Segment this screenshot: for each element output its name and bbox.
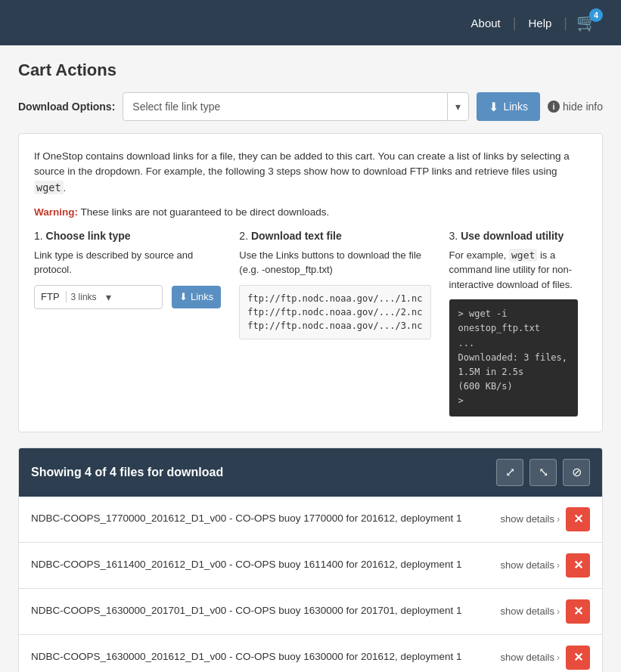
warning-text: Warning: These links are not guaranteed …	[34, 206, 587, 218]
table-row: NDBC-COOPS_1630000_201612_D1_v00 - CO-OP…	[19, 635, 602, 672]
help-link[interactable]: Help	[516, 17, 564, 29]
table-row: NDBC-COOPS_1770000_201612_D1_v00 - CO-OP…	[19, 497, 602, 543]
cart-button[interactable]: 🛒 4	[567, 13, 606, 33]
download-options-label: Download Options:	[18, 101, 115, 113]
chevron-right-icon: ›	[557, 560, 560, 571]
ftp-links-download-icon: ⬇	[179, 291, 188, 302]
table-row: NDBC-COOPS_1611400_201612_D1_v00 - CO-OP…	[19, 543, 602, 589]
ftp-label: FTP	[35, 291, 67, 302]
links-button-label: Links	[503, 101, 528, 113]
step-1-desc: Link type is described by source and pro…	[34, 248, 221, 277]
terminal-line-3: Downloaded: 3 files, 1.5M in 2.5s	[458, 351, 569, 379]
info-box: If OneStop contains download links for a…	[18, 133, 603, 432]
clear-button[interactable]: ⊘	[563, 459, 590, 486]
info-box-description: If OneStop contains download links for a…	[34, 149, 587, 196]
show-details-label: show details	[500, 513, 554, 525]
step-2-desc: Use the Links buttons to download the fi…	[239, 248, 430, 277]
show-details-label: show details	[500, 559, 554, 571]
hide-info-button[interactable]: i hide info	[548, 101, 603, 113]
terminal-line-5: >	[458, 394, 569, 408]
ftp-dropdown[interactable]: FTP 3 links ▾	[34, 285, 163, 309]
file-link-select-text: Select file link type	[123, 101, 447, 113]
step-1-controls: FTP 3 links ▾ ⬇ Links	[34, 285, 221, 309]
file-link-select[interactable]: Select file link type ▾	[123, 92, 469, 121]
terminal-line-1: > wget -i onestop_ftp.txt	[458, 307, 569, 336]
remove-button[interactable]: ✕	[566, 599, 590, 624]
step-3-title: 3. Use download utility	[449, 230, 578, 242]
remove-button[interactable]: ✕	[566, 646, 590, 670]
chevron-right-icon: ›	[557, 652, 560, 663]
file-name: NDBC-COOPS_1770000_201612_D1_v00 - CO-OP…	[31, 512, 491, 526]
step-2: 2. Download text file Use the Links butt…	[230, 230, 439, 417]
results-title: Showing 4 of 4 files for download	[31, 466, 223, 479]
warning-label: Warning:	[34, 206, 78, 218]
show-details-label: show details	[500, 605, 554, 617]
header-nav: About | Help | 🛒 4	[459, 13, 606, 33]
links-button[interactable]: ⬇ Links	[477, 92, 540, 121]
show-details-button[interactable]: show details ›	[500, 652, 560, 663]
step-3-number: 3.	[449, 230, 461, 242]
file-name: NDBC-COOPS_1630000_201701_D1_v00 - CO-OP…	[31, 604, 491, 618]
remove-button[interactable]: ✕	[566, 553, 590, 578]
table-row: NDBC-COOPS_1630000_201701_D1_v00 - CO-OP…	[19, 589, 602, 635]
ftp-links-label: Links	[191, 291, 213, 302]
remove-icon: ✕	[573, 558, 583, 572]
ftp-chevron-icon: ▾	[101, 291, 116, 303]
file-name: NDBC-COOPS_1630000_201612_D1_v00 - CO-OP…	[31, 650, 491, 664]
file-item-actions: show details › ✕	[500, 553, 590, 578]
cart-badge: 4	[589, 8, 603, 22]
code-line-3: ftp://ftp.nodc.noaa.gov/.../3.nc	[247, 319, 422, 333]
step-3-terminal: > wget -i onestop_ftp.txt ... Downloaded…	[449, 299, 578, 416]
hide-info-label: hide info	[563, 101, 603, 113]
expand-button[interactable]: ⤢	[496, 459, 523, 486]
step-1: 1. Choose link type Link type is describ…	[34, 230, 230, 417]
step-3-desc: For example, wget is a command line util…	[449, 248, 578, 293]
collapse-icon: ⤡	[539, 465, 548, 479]
clear-icon: ⊘	[572, 465, 582, 479]
results-header: Showing 4 of 4 files for download ⤢ ⤡ ⊘	[19, 448, 602, 497]
ftp-links-button[interactable]: ⬇ Links	[172, 286, 221, 308]
remove-icon: ✕	[573, 650, 583, 664]
remove-icon: ✕	[573, 512, 583, 526]
show-details-button[interactable]: show details ›	[500, 605, 560, 617]
download-icon: ⬇	[489, 100, 498, 114]
file-item-actions: show details › ✕	[500, 646, 590, 670]
terminal-line-4: (600 KB/s)	[458, 379, 569, 394]
step-1-title: 1. Choose link type	[34, 230, 221, 242]
expand-icon: ⤢	[505, 465, 515, 479]
page-title: Cart Actions	[18, 60, 603, 80]
results-section: Showing 4 of 4 files for download ⤢ ⤡ ⊘ …	[18, 447, 603, 672]
file-list: NDBC-COOPS_1770000_201612_D1_v00 - CO-OP…	[19, 497, 602, 672]
info-icon: i	[548, 101, 560, 113]
warning-message: These links are not guaranteed to be dir…	[81, 206, 330, 218]
chevron-right-icon: ›	[557, 514, 560, 525]
remove-button[interactable]: ✕	[566, 507, 590, 531]
step-2-title: 2. Download text file	[239, 230, 430, 242]
step-2-number: 2.	[239, 230, 251, 242]
ftp-count: 3 links	[67, 292, 101, 302]
file-item-actions: show details › ✕	[500, 599, 590, 624]
step-3: 3. Use download utility For example, wge…	[440, 230, 587, 417]
remove-icon: ✕	[573, 604, 583, 618]
show-details-button[interactable]: show details ›	[500, 513, 560, 525]
file-item-actions: show details › ✕	[500, 507, 590, 531]
step-2-code-box: ftp://ftp.nodc.noaa.gov/.../1.nc ftp://f…	[239, 285, 430, 339]
results-actions: ⤢ ⤡ ⊘	[496, 459, 590, 486]
collapse-button[interactable]: ⤡	[529, 459, 557, 486]
about-link[interactable]: About	[459, 17, 513, 29]
terminal-line-2: ...	[458, 336, 569, 351]
header: About | Help | 🛒 4	[0, 0, 621, 45]
code-line-1: ftp://ftp.nodc.noaa.gov/.../1.nc	[247, 292, 422, 305]
show-details-button[interactable]: show details ›	[500, 559, 560, 571]
file-name: NDBC-COOPS_1611400_201612_D1_v00 - CO-OP…	[31, 558, 491, 572]
chevron-down-icon: ▾	[447, 93, 468, 120]
code-line-2: ftp://ftp.nodc.noaa.gov/.../2.nc	[247, 305, 422, 319]
steps-container: 1. Choose link type Link type is describ…	[34, 230, 587, 417]
download-options-row: Download Options: Select file link type …	[18, 92, 603, 121]
main-content: Cart Actions Download Options: Select fi…	[0, 45, 621, 672]
chevron-right-icon: ›	[557, 606, 560, 617]
step-1-number: 1.	[34, 230, 46, 242]
show-details-label: show details	[500, 652, 554, 663]
